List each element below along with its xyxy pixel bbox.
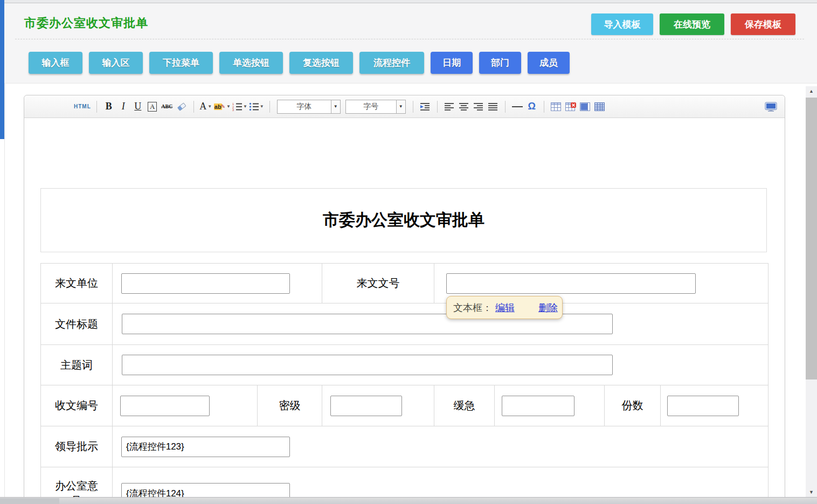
save-template-button[interactable]: 保存模板 (731, 13, 795, 35)
label-source-unit: 来文单位 (41, 264, 113, 303)
subject-input[interactable] (122, 355, 613, 375)
add-input-box-button[interactable]: 输入框 (29, 52, 82, 74)
ordered-list-button[interactable]: 1 2 3 ▼ (232, 99, 247, 114)
form-title: 市委办公室收文审批单 (323, 209, 484, 231)
align-justify-icon (488, 102, 497, 111)
align-center-icon (459, 102, 468, 111)
add-radio-button[interactable]: 单选按钮 (219, 52, 283, 74)
toolbar-separator (193, 101, 194, 113)
unordered-list-icon (249, 102, 259, 111)
format-eraser-button[interactable] (175, 99, 188, 114)
table-cell-properties-button[interactable] (579, 99, 592, 114)
align-center-button[interactable] (458, 99, 470, 114)
ordered-list-icon: 1 2 3 (232, 102, 242, 111)
cell-leader-comment-input (113, 426, 768, 467)
chevron-down-icon: ▼ (260, 104, 264, 109)
fullscreen-button[interactable] (764, 99, 777, 114)
align-right-icon (474, 102, 483, 111)
scroll-up-arrow[interactable]: ▲ (806, 86, 817, 96)
form-table: 来文单位 来文文号 文件标题 主题词 收文编号 密级 (40, 263, 768, 504)
align-right-button[interactable] (472, 99, 485, 114)
online-preview-button[interactable]: 在线预览 (660, 13, 724, 35)
scroll-down-arrow[interactable]: ▼ (806, 487, 817, 497)
toolbar-separator (505, 101, 506, 113)
table-row: 来文单位 来文文号 (41, 264, 768, 303)
add-textarea-button[interactable]: 输入区 (89, 52, 143, 74)
table-row: 主题词 (41, 345, 768, 385)
import-template-button[interactable]: 导入模板 (591, 13, 653, 35)
indent-button[interactable] (419, 99, 432, 114)
copies-input[interactable] (667, 396, 739, 416)
horizontal-rule-button[interactable] (511, 99, 524, 114)
tooltip-delete-link[interactable]: 删除 (538, 301, 558, 314)
chevron-down-icon: ▼ (226, 104, 231, 109)
doc-number-input[interactable] (446, 273, 696, 294)
secrecy-input[interactable] (330, 396, 402, 416)
toolbar-separator (269, 101, 270, 113)
highlight-color-button[interactable]: ab✎▼ (214, 99, 231, 114)
tooltip-label: 文本框： (453, 301, 492, 314)
label-leader-comment: 领导批示 (41, 426, 113, 467)
label-receipt-no: 收文编号 (41, 385, 113, 426)
delete-table-icon (565, 102, 576, 111)
monitor-icon (765, 102, 777, 112)
add-flow-control-button[interactable]: 流程控件 (359, 52, 424, 74)
table-row: 收文编号 密级 缓急 份数 (41, 385, 768, 426)
add-member-button[interactable]: 成员 (528, 52, 570, 74)
label-urgency: 缓急 (434, 385, 495, 426)
tooltip-edit-link[interactable]: 编辑 (495, 301, 515, 314)
receipt-no-input[interactable] (120, 396, 210, 416)
editor-canvas[interactable]: 市委办公室收文审批单 来文单位 来文文号 文件标题 主 (24, 118, 785, 504)
add-department-button[interactable]: 部门 (479, 52, 521, 74)
add-checkbox-button[interactable]: 复选按钮 (289, 52, 353, 74)
cell-subject-input (113, 345, 768, 385)
widget-tooltip: 文本框： 编辑 删除 (446, 296, 563, 319)
underline-button[interactable]: U (131, 99, 144, 114)
pencil-icon: ✎ (221, 103, 225, 109)
page-left-edge (0, 0, 4, 139)
chevron-down-icon: ▼ (396, 100, 405, 113)
cell-receipt-no-input (113, 385, 258, 426)
toolbar-separator (413, 101, 413, 113)
window-top-edge (0, 0, 817, 3)
source-unit-input[interactable] (121, 273, 290, 294)
chevron-down-icon: ▼ (243, 104, 247, 109)
urgency-input[interactable] (502, 396, 574, 416)
horizontal-rule-icon (512, 106, 523, 107)
italic-button[interactable]: I (117, 99, 130, 114)
delete-table-button[interactable] (564, 99, 577, 114)
boxed-a-icon: A (148, 102, 157, 112)
insert-table-button[interactable] (550, 99, 563, 114)
rich-text-editor: HTML B I U A ABC A▼ ab✎▼ 1 2 3 ▼ (24, 95, 785, 504)
font-border-button[interactable]: A (146, 99, 159, 114)
add-dropdown-button[interactable]: 下拉菜单 (149, 52, 213, 74)
table-row: 文件标题 (41, 303, 768, 345)
font-color-button[interactable]: A▼ (199, 99, 212, 114)
eraser-icon (176, 102, 187, 111)
align-justify-button[interactable] (487, 99, 500, 114)
horizontal-scrollbar-thumb[interactable] (0, 498, 59, 504)
font-family-select[interactable]: 字体 ▼ (277, 100, 341, 114)
chevron-down-icon: ▼ (207, 104, 212, 109)
strikethrough-button[interactable]: ABC (161, 99, 174, 114)
label-copies: 份数 (605, 385, 661, 426)
component-toolbox: 输入框 输入区 下拉菜单 单选按钮 复选按钮 流程控件 日期 部门 成员 (29, 52, 570, 74)
font-family-value: 字体 (278, 100, 331, 113)
bold-button[interactable]: B (102, 99, 115, 114)
html-source-icon[interactable]: HTML (74, 103, 91, 109)
toolbar-separator (437, 101, 438, 113)
table-row: 领导批示 (41, 426, 768, 467)
cell-secrecy-input (322, 385, 434, 426)
align-left-button[interactable] (443, 99, 456, 114)
horizontal-scrollbar[interactable] (0, 497, 817, 504)
special-character-button[interactable]: Ω (525, 99, 538, 114)
table-properties-button[interactable] (593, 99, 606, 114)
screen: 市委办公室收文审批单 导入模板 在线预览 保存模板 输入框 输入区 下拉菜单 单… (0, 0, 817, 504)
unordered-list-button[interactable]: ▼ (249, 99, 264, 114)
label-doc-number: 来文文号 (322, 264, 434, 303)
leader-comment-input[interactable] (121, 437, 290, 457)
add-date-button[interactable]: 日期 (431, 52, 473, 74)
scrollbar-thumb[interactable] (806, 98, 817, 379)
vertical-scrollbar[interactable]: ▲ ▼ (806, 86, 817, 497)
font-size-select[interactable]: 字号 ▼ (345, 100, 406, 114)
